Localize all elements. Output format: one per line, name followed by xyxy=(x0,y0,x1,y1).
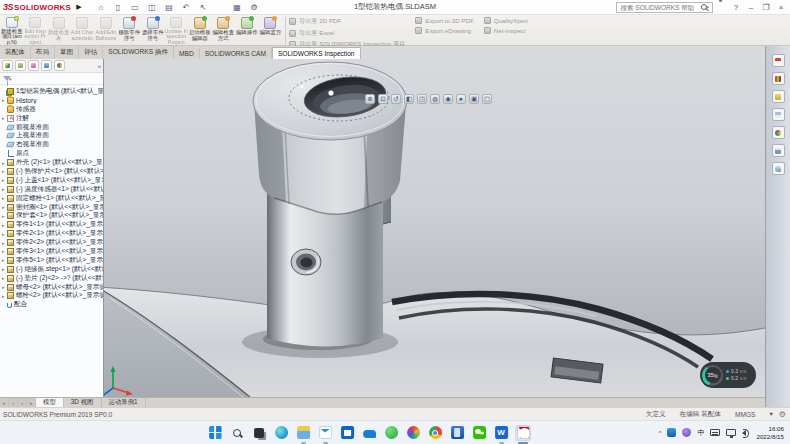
command-tab[interactable]: 评估 xyxy=(79,46,103,59)
volume-icon[interactable] xyxy=(742,430,746,436)
tree-item[interactable]: ▸ 原点 xyxy=(0,149,103,158)
tree-item[interactable]: ▸ 配合 xyxy=(0,300,103,309)
touch-keyboard-icon[interactable] xyxy=(710,429,720,436)
ribbon-button[interactable]: 选择零件序号 xyxy=(141,15,165,46)
headsup-button[interactable]: ◧ xyxy=(404,94,414,104)
configurationmanager-tab[interactable] xyxy=(28,60,39,71)
ribbon-button[interactable]: 启动模板编辑器 xyxy=(188,15,212,46)
view-tab[interactable]: 3D 视图 xyxy=(64,398,102,407)
quick-access-button[interactable]: ⌂ xyxy=(96,2,107,13)
tree-item[interactable]: ▸ 注解 xyxy=(0,114,103,123)
quick-access-button[interactable]: ⚙ xyxy=(249,2,260,13)
tree-item[interactable]: ▸ 保护套<1> (默认<<默认>_显示状 xyxy=(0,211,103,220)
taskbar-app-button[interactable] xyxy=(207,425,223,441)
tree-item[interactable]: ▸ 零件2<1> (默认<<默认>_显示状 xyxy=(0,229,103,238)
search-icon[interactable] xyxy=(701,4,707,10)
ribbon-button[interactable]: 新建检查表 xyxy=(47,15,71,46)
taskbar-app-button[interactable] xyxy=(383,425,399,441)
ribbon-button[interactable]: Update Inspection Project xyxy=(165,15,189,46)
taskbar-app-button[interactable] xyxy=(339,425,355,441)
graphics-viewport[interactable]: ⊕ ⊡ ↺ ◧ ◳ ◍ ◉ ● ▣ ▢ 35% xyxy=(0,46,765,397)
taskbar-app-button[interactable]: W xyxy=(493,425,509,441)
network-icon[interactable] xyxy=(726,429,736,436)
quick-access-button[interactable] xyxy=(215,2,226,13)
export-menu-item[interactable]: QualityXpert xyxy=(484,17,528,24)
tree-item[interactable]: ▸ (-) 温度传感器<1> (默认<<默认>_ xyxy=(0,185,103,194)
tab-scroll-prev-icon[interactable]: ‹ xyxy=(9,398,18,407)
tray-app-purple-icon[interactable] xyxy=(682,428,691,437)
headsup-button[interactable]: ⊕ xyxy=(365,94,375,104)
command-tab[interactable]: 布局 xyxy=(31,46,55,59)
task-pane-tab[interactable] xyxy=(772,72,785,85)
tree-item[interactable]: ▸ 1型铠装热电偶 (默认<默认_显示状态-1 xyxy=(0,87,103,96)
tab-scroll-first-icon[interactable]: « xyxy=(0,398,9,407)
ribbon-button[interactable]: 编辑检查方式 xyxy=(212,15,236,46)
quick-access-button[interactable]: ▤ xyxy=(164,2,175,13)
command-tab[interactable]: 装配体 xyxy=(0,46,31,59)
headsup-button[interactable]: ↺ xyxy=(391,94,401,104)
tree-item[interactable]: ▸ (-) 绝缘振.step<1> (默认<<默认 xyxy=(0,265,103,274)
ribbon-button[interactable]: 编辑监方 xyxy=(259,15,283,46)
tree-item[interactable]: ▸ 螺栓<2> (默认<<默认>_显示状态 xyxy=(0,291,103,300)
tab-scroll-last-icon[interactable]: » xyxy=(27,398,36,407)
ribbon-button[interactable]: 编辑操作 xyxy=(235,15,259,46)
headsup-button[interactable]: ◍ xyxy=(430,94,440,104)
tree-item[interactable]: ▸ 零件1<1> (默认<<默认>_显示状态 xyxy=(0,220,103,229)
tree-item[interactable]: ▸ (-) 热保护片<1> (默认<<默认>_显 xyxy=(0,167,103,176)
help-button[interactable]: ? xyxy=(731,3,741,12)
taskbar-app-button[interactable] xyxy=(251,425,267,441)
taskbar-app-button[interactable] xyxy=(471,425,487,441)
command-tab[interactable]: SOLIDWORKS CAM xyxy=(200,48,272,59)
view-tab[interactable]: 运动算例1 xyxy=(102,398,146,407)
task-pane-tab[interactable] xyxy=(772,162,785,175)
task-pane-tab[interactable] xyxy=(772,108,785,121)
search-input[interactable] xyxy=(620,4,698,11)
quick-access-button[interactable]: ↖ xyxy=(198,2,209,13)
status-options-icon[interactable]: ⚙ xyxy=(779,410,790,419)
export-menu-item[interactable]: Export eDrawing xyxy=(415,27,474,34)
export-menu-item[interactable]: Net-Inspect xyxy=(484,27,528,34)
taskbar-app-button[interactable] xyxy=(273,425,289,441)
ribbon-button[interactable]: Add/Edit Balloons xyxy=(94,15,118,46)
taskbar-app-button[interactable] xyxy=(449,425,465,441)
taskbar-app-button[interactable] xyxy=(405,425,421,441)
taskbar-app-button[interactable] xyxy=(427,425,443,441)
restore-button[interactable]: ❐ xyxy=(761,3,771,12)
command-tab[interactable]: MBD xyxy=(174,48,200,59)
tree-item[interactable]: ▸ (-) 上盖<1> (默认<<默认>_显示状 xyxy=(0,176,103,185)
system-monitor-badge[interactable]: 35% 0.3K/S 0.2K/S xyxy=(700,362,756,388)
taskbar-app-button[interactable] xyxy=(229,425,245,441)
export-menu-item[interactable]: 导出至 Excel xyxy=(289,29,405,38)
tree-item[interactable]: ▸ 传感器 xyxy=(0,105,103,114)
tree-item[interactable]: ▸ 零件5<1> (默认<<默认>_显示状 xyxy=(0,256,103,265)
ribbon-button[interactable]: 移除零件序号 xyxy=(118,15,142,46)
taskbar-clock[interactable]: 16:06 2022/8/15 xyxy=(756,425,784,440)
tray-app-blue-icon[interactable] xyxy=(667,428,676,437)
tree-item[interactable]: ▸ 零件3<1> (默认<<默认>_显示状 xyxy=(0,247,103,256)
hex-nut[interactable] xyxy=(253,62,407,214)
ribbon-button[interactable]: Add Characteristic xyxy=(71,15,95,46)
tree-item[interactable]: ▸ 外壳 (2)<1> (默认<<默认>_显示状 xyxy=(0,158,103,167)
headsup-button[interactable]: ▢ xyxy=(482,94,492,104)
taskbar-app-button[interactable] xyxy=(515,425,531,441)
filter-funnel-icon[interactable] xyxy=(3,76,11,81)
displaymanager-tab[interactable] xyxy=(54,60,65,71)
vertical-cylinder[interactable] xyxy=(267,192,383,347)
tree-item[interactable]: ▸ 密封圈<1> (默认<<默认>_显示状 xyxy=(0,203,103,212)
headsup-button[interactable]: ⊡ xyxy=(378,94,388,104)
minimize-button[interactable]: – xyxy=(746,3,756,12)
tree-item[interactable]: ▸ 前视基准面 xyxy=(0,123,103,132)
quick-access-button[interactable]: ◫ xyxy=(147,2,158,13)
view-tab[interactable]: 模型 xyxy=(36,398,64,407)
ime-indicator[interactable]: 中 xyxy=(697,428,704,438)
tray-expand-icon[interactable]: ^ xyxy=(659,430,662,436)
tree-item[interactable]: ▸ History xyxy=(0,96,103,105)
featuremanager-tab[interactable] xyxy=(2,60,13,71)
headsup-button[interactable]: ◳ xyxy=(417,94,427,104)
headsup-button[interactable]: ● xyxy=(456,94,466,104)
export-menu-item[interactable]: Export to 3D PDF xyxy=(415,17,474,24)
taskbar-app-button[interactable] xyxy=(295,425,311,441)
command-tab[interactable]: SOLIDWORKS Inspection xyxy=(272,47,361,59)
help-search-box[interactable]: ▾ xyxy=(616,2,713,13)
headsup-button[interactable]: ◉ xyxy=(443,94,453,104)
